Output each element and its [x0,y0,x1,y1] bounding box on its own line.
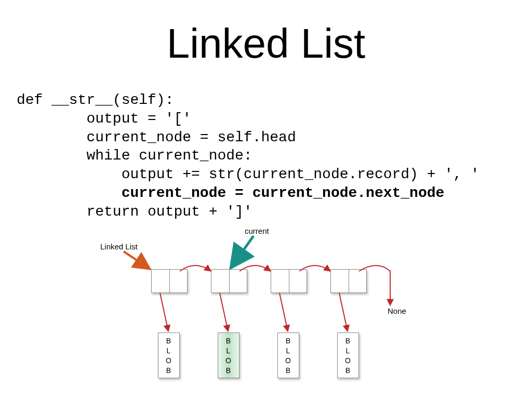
label-linked-list: Linked List [100,242,138,251]
page-title: Linked List [0,20,532,68]
code-line: return output + ']' [17,204,252,220]
svg-line-2 [160,293,168,331]
svg-line-5 [339,293,348,331]
svg-line-0 [124,251,150,269]
code-block: def __str__(self): output = '[' current_… [17,91,480,221]
linked-list-diagram: Linked List current None B L O B B L O B… [133,229,408,390]
code-line: output = '[' [17,111,191,127]
code-line: current_node = self.head [17,129,296,145]
code-line-emphasis: current_node = current_node.next_node [17,185,444,201]
svg-line-3 [220,293,228,331]
code-line: while current_node: [17,148,252,164]
code-line: output += str(current_node.record) + ', … [17,166,480,182]
svg-line-1 [231,236,254,268]
code-line: def __str__(self): [17,92,174,108]
diagram-arrows [133,229,408,390]
svg-line-4 [280,293,288,331]
